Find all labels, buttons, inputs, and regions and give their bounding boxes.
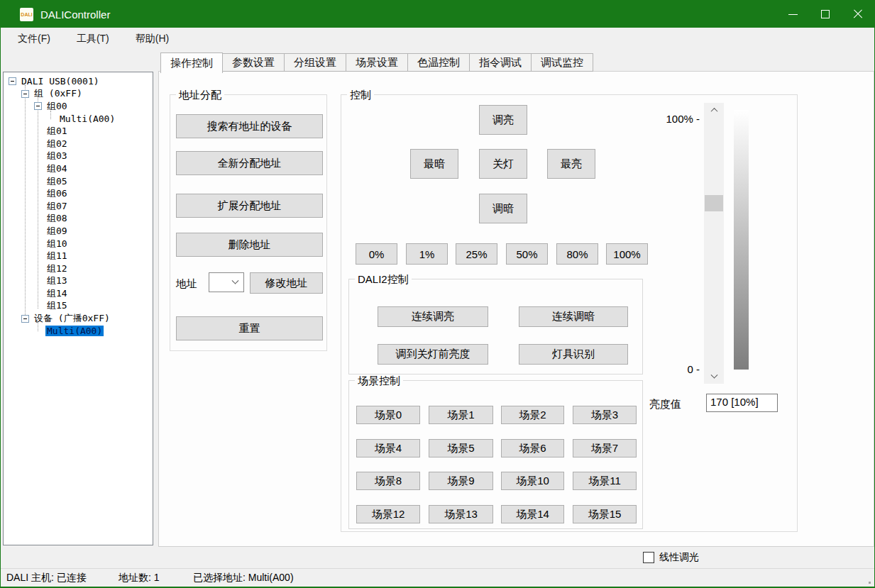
tree-item-group04[interactable]: 组04 bbox=[4, 162, 153, 175]
scene-13-button[interactable]: 场景13 bbox=[429, 505, 493, 523]
brighten-button[interactable]: 调亮 bbox=[479, 105, 527, 135]
scene-5-button[interactable]: 场景5 bbox=[429, 439, 493, 457]
tree-item-group02[interactable]: 组02 bbox=[4, 138, 153, 150]
tree-item-label[interactable]: 组03 bbox=[45, 150, 69, 162]
scene-14-button[interactable]: 场景14 bbox=[501, 505, 564, 523]
tree-item-group07[interactable]: 组07 bbox=[4, 200, 153, 213]
scene-0-button[interactable]: 场景0 bbox=[356, 406, 420, 424]
brightest-button[interactable]: 最亮 bbox=[547, 149, 595, 179]
scroll-down-button[interactable] bbox=[704, 370, 724, 384]
percent-80-button[interactable]: 80% bbox=[556, 243, 598, 265]
tree-item-label[interactable]: 组15 bbox=[45, 299, 69, 312]
darken-button[interactable]: 调暗 bbox=[479, 194, 527, 223]
brightness-value-field[interactable]: 170 [10%] bbox=[706, 394, 778, 412]
tree-item-label[interactable]: 组00 bbox=[45, 100, 69, 113]
tree-item-label[interactable]: 组01 bbox=[45, 125, 69, 138]
scene-7-button[interactable]: 场景7 bbox=[573, 439, 637, 457]
tree-item-group-0xff[interactable]: 组 (0xFF) bbox=[4, 88, 153, 101]
scene-12-button[interactable]: 场景12 bbox=[356, 505, 420, 523]
continuous-brighten-button[interactable]: 连续调亮 bbox=[378, 306, 488, 327]
tree-item-group09[interactable]: 组09 bbox=[4, 225, 153, 238]
menu-tools[interactable]: 工具(T) bbox=[72, 30, 114, 48]
scene-2-button[interactable]: 场景2 bbox=[501, 406, 564, 424]
brightness-scrollbar[interactable] bbox=[704, 103, 724, 384]
tree-item-group13[interactable]: 组13 bbox=[4, 275, 153, 288]
scene-15-button[interactable]: 场景15 bbox=[573, 505, 637, 523]
search-addressed-devices-button[interactable]: 搜索有地址的设备 bbox=[176, 114, 323, 138]
scene-9-button[interactable]: 场景9 bbox=[429, 472, 493, 490]
minimize-button[interactable] bbox=[776, 1, 809, 28]
tree-item-group05[interactable]: 组05 bbox=[4, 175, 153, 188]
tree-item-label[interactable]: 组05 bbox=[45, 175, 69, 188]
tree-item-group06[interactable]: 组06 bbox=[4, 187, 153, 200]
delete-address-button[interactable]: 删除地址 bbox=[176, 233, 323, 257]
scroll-up-button[interactable] bbox=[704, 103, 724, 117]
linear-dimming-checkbox[interactable] bbox=[643, 552, 654, 563]
reset-button[interactable]: 重置 bbox=[176, 316, 323, 340]
collapse-icon[interactable] bbox=[34, 102, 42, 110]
scene-10-button[interactable]: 场景10 bbox=[501, 472, 564, 490]
luminaire-identify-button[interactable]: 灯具识别 bbox=[519, 344, 628, 365]
close-button[interactable] bbox=[842, 1, 874, 28]
tree-item-group08[interactable]: 组08 bbox=[4, 213, 153, 226]
restore-pre-off-brightness-button[interactable]: 调到关灯前亮度 bbox=[378, 344, 488, 365]
tree-item-label[interactable]: 组09 bbox=[45, 225, 69, 238]
tab-command-debug[interactable]: 指令调试 bbox=[470, 53, 532, 72]
percent-100-button[interactable]: 100% bbox=[606, 243, 648, 265]
tree-item-label[interactable]: DALI USB(0001) bbox=[20, 76, 101, 87]
collapse-icon[interactable] bbox=[21, 315, 29, 323]
menu-help[interactable]: 帮助(H) bbox=[131, 30, 173, 48]
scene-11-button[interactable]: 场景11 bbox=[573, 472, 637, 490]
tree-item-label[interactable]: 组08 bbox=[45, 212, 69, 225]
scene-4-button[interactable]: 场景4 bbox=[356, 439, 420, 457]
tab-parameter-settings[interactable]: 参数设置 bbox=[223, 53, 285, 72]
tab-color-temp-control[interactable]: 色温控制 bbox=[408, 53, 470, 72]
tree-item-group12[interactable]: 组12 bbox=[4, 262, 153, 275]
tab-scene-settings[interactable]: 场景设置 bbox=[346, 53, 408, 72]
lights-off-button[interactable]: 关灯 bbox=[479, 149, 527, 179]
percent-25-button[interactable]: 25% bbox=[456, 243, 497, 265]
resize-grip[interactable] bbox=[869, 582, 871, 584]
scene-6-button[interactable]: 场景6 bbox=[501, 439, 564, 457]
tree-item-label[interactable]: 组11 bbox=[45, 250, 69, 262]
tree-item-label[interactable]: 组02 bbox=[45, 138, 69, 150]
tree-item-label[interactable]: 组12 bbox=[45, 262, 69, 275]
tree-item-label[interactable]: 组10 bbox=[45, 238, 69, 250]
tree-item-group03[interactable]: 组03 bbox=[4, 150, 153, 163]
scrollbar-thumb[interactable] bbox=[705, 195, 723, 211]
tree-item-group11[interactable]: 组11 bbox=[4, 250, 153, 262]
tab-debug-monitor[interactable]: 调试监控 bbox=[532, 53, 593, 72]
tree-item-label[interactable]: 组13 bbox=[45, 274, 69, 287]
dimmest-button[interactable]: 最暗 bbox=[410, 149, 458, 179]
percent-50-button[interactable]: 50% bbox=[506, 243, 548, 265]
tree-item-group01[interactable]: 组01 bbox=[4, 125, 153, 138]
tree-item-label-selected[interactable]: Multi(A00) bbox=[45, 326, 104, 336]
tree-item-label[interactable]: 组04 bbox=[45, 162, 69, 175]
address-combobox[interactable] bbox=[209, 272, 244, 292]
percent-0-button[interactable]: 0% bbox=[356, 243, 397, 265]
tree-item-multi-a00-selected[interactable]: Multi(A00) bbox=[4, 325, 153, 338]
modify-address-button[interactable]: 修改地址 bbox=[250, 272, 323, 294]
assign-new-addresses-button[interactable]: 全新分配地址 bbox=[176, 151, 323, 175]
scene-1-button[interactable]: 场景1 bbox=[429, 406, 493, 424]
tab-operation-control[interactable]: 操作控制 bbox=[160, 52, 223, 73]
tree-item-label[interactable]: 组14 bbox=[45, 287, 69, 300]
maximize-button[interactable] bbox=[809, 1, 842, 28]
collapse-icon[interactable] bbox=[21, 90, 29, 98]
tree-item-group10[interactable]: 组10 bbox=[4, 238, 153, 250]
tree-item-label[interactable]: 组07 bbox=[45, 200, 69, 213]
percent-1-button[interactable]: 1% bbox=[406, 243, 448, 265]
menu-file[interactable]: 文件(F) bbox=[13, 30, 55, 48]
extend-assign-addresses-button[interactable]: 扩展分配地址 bbox=[176, 194, 323, 218]
tree-item-label[interactable]: 设备 (广播0xFF) bbox=[33, 312, 111, 325]
tree-item-label[interactable]: Multi(A00) bbox=[58, 113, 116, 124]
continuous-darken-button[interactable]: 连续调暗 bbox=[519, 306, 628, 327]
collapse-icon[interactable] bbox=[9, 77, 16, 85]
tab-grouping-settings[interactable]: 分组设置 bbox=[285, 53, 346, 72]
tree-item-group15[interactable]: 组15 bbox=[4, 300, 153, 313]
tree-item-label[interactable]: 组06 bbox=[45, 187, 69, 200]
tree-item-group14[interactable]: 组14 bbox=[4, 287, 153, 300]
tree-item-label[interactable]: 组 (0xFF) bbox=[33, 87, 84, 100]
tree-item-multi-a00[interactable]: Multi(A00) bbox=[4, 113, 153, 126]
tree-item-devices-broadcast[interactable]: 设备 (广播0xFF) bbox=[4, 312, 153, 325]
